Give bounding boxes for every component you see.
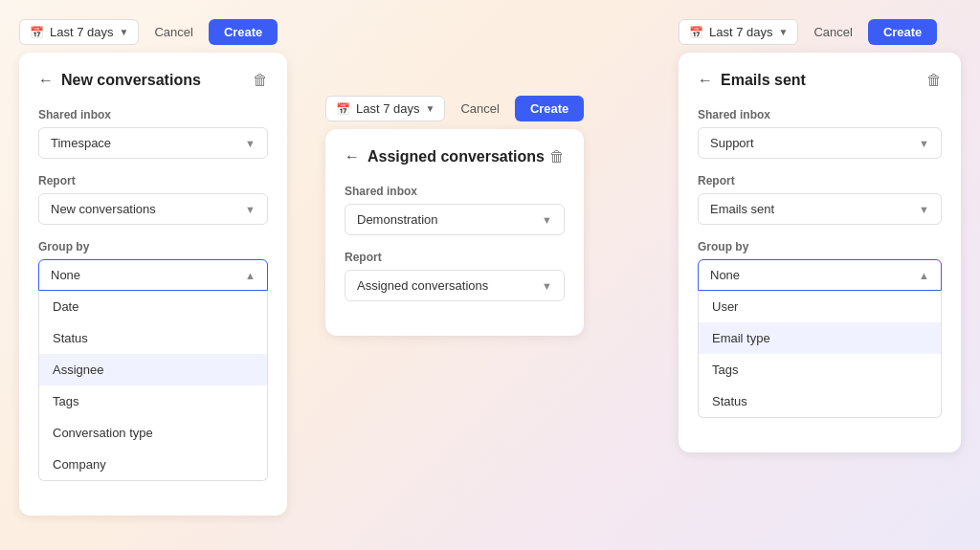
left-report-chevron-icon: ▼ (245, 204, 256, 215)
right-back-arrow-icon[interactable]: ← (698, 72, 713, 89)
right-trash-icon[interactable]: 🗑 (926, 72, 942, 89)
right-cancel-button[interactable]: Cancel (806, 20, 859, 44)
left-calendar-icon: 📅 (30, 26, 44, 39)
right-report-select[interactable]: Emails sent ▼ (698, 193, 942, 225)
middle-trash-icon[interactable]: 🗑 (549, 148, 565, 165)
left-trash-icon[interactable]: 🗑 (253, 72, 268, 89)
left-shared-inbox-value: Timespace (51, 136, 111, 150)
middle-panel-title: Assigned conversations (368, 148, 545, 165)
left-group-by-value: None (51, 268, 80, 282)
right-group-by-value: None (710, 268, 740, 282)
right-report-chevron-icon: ▼ (919, 204, 929, 215)
left-dropdown-item-assignee[interactable]: Assignee (39, 354, 267, 385)
left-shared-inbox-select[interactable]: Timespace ▼ (38, 127, 268, 159)
right-group-by-chevron-icon: ▲ (919, 270, 929, 281)
middle-date-range-label: Last 7 days (356, 101, 420, 116)
middle-create-button[interactable]: Create (515, 96, 584, 121)
right-dropdown-item-tags[interactable]: Tags (699, 354, 941, 385)
middle-report-select[interactable]: Assigned conversations ▼ (345, 270, 565, 301)
right-panel-title-row: ← Emails sent 🗑 (698, 72, 942, 89)
middle-panel: 📅 Last 7 days ▼ Cancel Create ← Assigned… (325, 96, 584, 336)
panels-container: 📅 Last 7 days ▼ Cancel Create ← New conv… (0, 0, 980, 550)
left-cancel-button[interactable]: Cancel (146, 20, 200, 44)
middle-panel-header-bar: 📅 Last 7 days ▼ Cancel Create (325, 96, 584, 121)
middle-report-section: Report Assigned conversations ▼ (345, 251, 565, 301)
right-shared-inbox-section: Shared inbox Support ▼ (698, 108, 942, 159)
left-panel-title: New conversations (61, 72, 201, 89)
right-date-chevron-icon: ▼ (779, 27, 789, 37)
right-date-range-label: Last 7 days (709, 25, 773, 39)
right-group-by-dropdown: User Email type Tags Status (698, 291, 942, 418)
left-date-chevron-icon: ▼ (120, 27, 129, 37)
right-report-section: Report Emails sent ▼ (698, 174, 942, 225)
middle-panel-card: ← Assigned conversations 🗑 Shared inbox … (325, 129, 584, 336)
left-dropdown-item-company[interactable]: Company (39, 449, 267, 480)
middle-panel-title-row: ← Assigned conversations 🗑 (345, 148, 565, 165)
right-shared-inbox-chevron-icon: ▼ (919, 138, 929, 149)
left-panel-header-bar: 📅 Last 7 days ▼ Cancel Create (19, 19, 287, 45)
left-shared-inbox-label: Shared inbox (38, 108, 268, 121)
right-create-button[interactable]: Create (868, 19, 937, 45)
right-panel-header-bar: 📅 Last 7 days ▼ Cancel Create (679, 19, 961, 45)
left-dropdown-item-tags[interactable]: Tags (39, 385, 267, 417)
left-back-arrow-icon[interactable]: ← (38, 72, 54, 89)
middle-shared-inbox-select[interactable]: Demonstration ▼ (345, 204, 565, 235)
right-calendar-icon: 📅 (689, 26, 703, 39)
left-dropdown-item-date[interactable]: Date (39, 291, 267, 322)
left-panel: 📅 Last 7 days ▼ Cancel Create ← New conv… (19, 19, 287, 516)
middle-back-arrow-icon[interactable]: ← (345, 148, 360, 165)
right-dropdown-item-status[interactable]: Status (699, 385, 941, 417)
right-shared-inbox-select[interactable]: Support ▼ (698, 127, 942, 159)
middle-report-chevron-icon: ▼ (542, 280, 552, 292)
left-dropdown-item-status[interactable]: Status (39, 322, 267, 354)
middle-date-chevron-icon: ▼ (426, 103, 435, 114)
middle-shared-inbox-section: Shared inbox Demonstration ▼ (345, 185, 565, 235)
left-panel-card: ← New conversations 🗑 Shared inbox Times… (19, 53, 287, 516)
left-dropdown-item-convo-type[interactable]: Conversation type (39, 417, 267, 449)
left-report-select[interactable]: New conversations ▼ (38, 193, 268, 225)
right-panel-title: Emails sent (721, 72, 806, 89)
right-dropdown-item-email-type[interactable]: Email type (699, 322, 941, 354)
right-panel-title-left: ← Emails sent (698, 72, 806, 89)
left-report-label: Report (38, 174, 268, 187)
right-group-by-section: Group by None ▲ User Email type Tags Sta… (698, 240, 942, 418)
left-shared-inbox-chevron-icon: ▼ (245, 138, 256, 149)
middle-date-range-btn[interactable]: 📅 Last 7 days ▼ (325, 96, 445, 121)
middle-shared-inbox-label: Shared inbox (345, 185, 565, 198)
left-report-section: Report New conversations ▼ (38, 174, 268, 225)
right-report-value: Emails sent (710, 202, 774, 216)
right-dropdown-item-user[interactable]: User (699, 291, 941, 322)
middle-report-label: Report (345, 251, 565, 264)
right-panel: 📅 Last 7 days ▼ Cancel Create ← Emails s… (679, 19, 961, 452)
middle-calendar-icon: 📅 (336, 102, 350, 116)
left-panel-title-row: ← New conversations 🗑 (38, 72, 268, 89)
right-report-label: Report (698, 174, 942, 187)
middle-shared-inbox-chevron-icon: ▼ (542, 214, 552, 226)
left-group-by-dropdown: Date Status Assignee Tags Conversation t… (38, 291, 268, 481)
right-group-by-label: Group by (698, 240, 942, 253)
left-group-by-select[interactable]: None ▲ (38, 259, 268, 291)
left-date-range-label: Last 7 days (50, 25, 114, 39)
left-create-button[interactable]: Create (209, 19, 278, 45)
right-shared-inbox-label: Shared inbox (698, 108, 942, 121)
left-group-by-section: Group by None ▲ Date Status Assignee Tag… (38, 240, 268, 481)
left-panel-title-left: ← New conversations (38, 72, 201, 89)
middle-cancel-button[interactable]: Cancel (453, 97, 506, 121)
left-report-value: New conversations (51, 202, 156, 216)
left-group-by-label: Group by (38, 240, 268, 253)
middle-panel-title-left: ← Assigned conversations (345, 148, 545, 165)
right-date-range-btn[interactable]: 📅 Last 7 days ▼ (679, 19, 798, 45)
right-group-by-select[interactable]: None ▲ (698, 259, 942, 291)
left-date-range-btn[interactable]: 📅 Last 7 days ▼ (19, 19, 139, 45)
middle-shared-inbox-value: Demonstration (357, 212, 438, 227)
middle-report-value: Assigned conversations (357, 278, 488, 293)
left-group-by-chevron-icon: ▲ (245, 270, 256, 281)
right-panel-card: ← Emails sent 🗑 Shared inbox Support ▼ R… (679, 53, 961, 452)
right-shared-inbox-value: Support (710, 136, 754, 150)
left-shared-inbox-section: Shared inbox Timespace ▼ (38, 108, 268, 159)
